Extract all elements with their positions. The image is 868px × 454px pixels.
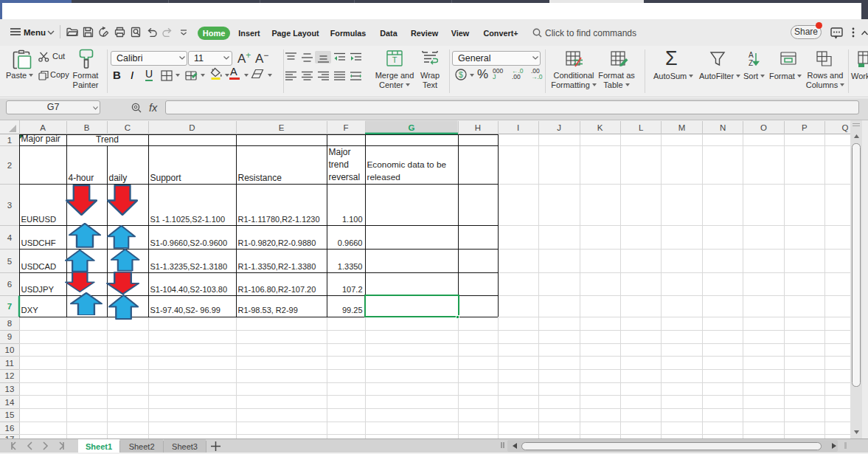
svg-text:N: N — [720, 123, 726, 132]
svg-text:4: 4 — [7, 233, 13, 242]
svg-text:$: $ — [459, 70, 463, 79]
svg-text:C: C — [125, 123, 131, 132]
svg-text:2: 2 — [7, 161, 12, 170]
svg-text:12: 12 — [5, 371, 15, 380]
svg-text:6: 6 — [7, 280, 12, 289]
svg-text:13: 13 — [5, 385, 15, 393]
svg-text:7: 7 — [7, 302, 12, 311]
svg-text:3: 3 — [7, 201, 12, 210]
svg-text:O: O — [760, 123, 767, 132]
svg-text:E: E — [279, 123, 285, 132]
svg-text:F: F — [343, 123, 348, 132]
svg-text:I: I — [517, 123, 519, 132]
svg-text:1: 1 — [7, 136, 12, 145]
svg-text:G: G — [409, 123, 415, 132]
svg-text:10: 10 — [5, 345, 15, 354]
svg-text:J: J — [557, 123, 561, 132]
svg-text:A: A — [40, 123, 46, 132]
svg-text:14: 14 — [5, 398, 15, 407]
svg-text:5: 5 — [7, 257, 12, 266]
svg-text:8: 8 — [7, 319, 12, 328]
svg-text:11: 11 — [5, 359, 14, 368]
svg-text:P: P — [802, 123, 808, 132]
svg-text:Q: Q — [842, 123, 849, 132]
svg-text:L: L — [639, 123, 644, 132]
svg-text:D: D — [189, 123, 195, 132]
svg-text:T: T — [392, 55, 397, 64]
svg-text:A: A — [749, 51, 754, 59]
svg-text:9: 9 — [7, 332, 12, 341]
svg-text:15: 15 — [5, 410, 15, 419]
svg-text:Z: Z — [749, 59, 753, 67]
svg-text:B: B — [84, 123, 90, 132]
svg-text:16: 16 — [5, 424, 15, 433]
svg-text:H: H — [475, 123, 481, 132]
svg-text:M: M — [678, 123, 686, 132]
svg-text:K: K — [597, 123, 603, 132]
